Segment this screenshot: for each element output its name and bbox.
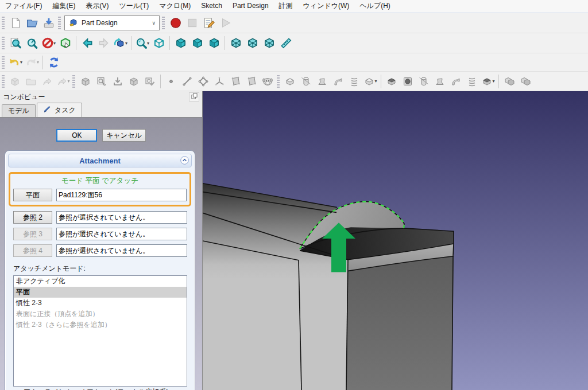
boolean-cut-button[interactable] — [517, 74, 533, 89]
reference-2-input[interactable] — [56, 211, 187, 224]
menu-item-window[interactable]: ウィンドウ(W) — [298, 0, 355, 12]
attachment-mode-option[interactable]: 平面 — [14, 287, 187, 298]
toolbar-separator — [381, 75, 381, 88]
panel-float-button[interactable] — [189, 92, 199, 102]
cancel-button[interactable]: キャンセル — [102, 129, 145, 142]
local-cs-button[interactable] — [211, 74, 227, 89]
collapse-section-button[interactable] — [180, 155, 189, 165]
reference-2-button[interactable]: 参照 2 — [13, 211, 52, 224]
pocket-button[interactable] — [384, 74, 400, 89]
primitive-cube-button[interactable] — [126, 74, 142, 89]
nav-back-button[interactable] — [79, 35, 95, 51]
ok-button[interactable]: OK — [56, 129, 97, 142]
reference-3-button[interactable]: 参照 3 — [13, 228, 52, 240]
validate-sketch-button[interactable] — [142, 74, 158, 89]
plane-reference-button[interactable]: 平面 — [13, 189, 52, 201]
toolbar-separator — [169, 36, 170, 50]
zoom-selection-button[interactable] — [24, 35, 40, 51]
shapebinder-button[interactable] — [260, 74, 276, 89]
point-button[interactable] — [163, 74, 179, 89]
export-all-button[interactable]: ▾ — [55, 74, 71, 89]
menu-item-help[interactable]: ヘルプ(H) — [354, 0, 396, 12]
axonometric-button[interactable] — [150, 35, 167, 51]
revolution-button[interactable] — [298, 74, 314, 89]
macro-stop-button[interactable] — [184, 15, 200, 31]
menu-item-partdesign[interactable]: Part Design — [227, 0, 274, 12]
menu-item-file[interactable]: ファイル(F) — [0, 0, 47, 12]
group-button[interactable] — [23, 74, 39, 89]
model-right-face[interactable] — [346, 256, 454, 390]
plane-reference-input[interactable] — [56, 189, 187, 201]
line-button[interactable] — [179, 74, 195, 89]
macro-play-button[interactable] — [217, 15, 234, 31]
subtractive-box-button[interactable]: ▾ — [480, 74, 496, 89]
nav-forward-button[interactable] — [95, 35, 112, 51]
reference-row: 参照 2 — [13, 211, 187, 224]
datum-shape2-button[interactable] — [243, 74, 260, 89]
save-button[interactable] — [40, 15, 57, 31]
groove-button[interactable] — [416, 74, 432, 89]
menu-item-view[interactable]: 表示(V) — [80, 0, 114, 12]
selection-box-button[interactable] — [57, 35, 74, 51]
view-rear-button[interactable] — [227, 35, 244, 51]
hole-button[interactable] — [400, 74, 416, 89]
attachment-mode-list[interactable]: 非アクティブ化平面慣性 2-3表面に正接（頂点を追加）慣性 2-3（さらに参照を… — [13, 275, 187, 387]
view-bottom-button[interactable] — [244, 35, 261, 51]
measure-button[interactable] — [277, 35, 294, 51]
attachment-mode-option[interactable]: 非アクティブ化 — [14, 276, 187, 287]
subtractive-loft-button[interactable] — [432, 74, 448, 89]
loft-button[interactable] — [314, 74, 330, 89]
datum-shape-button[interactable] — [227, 74, 243, 89]
3d-viewport[interactable] — [203, 91, 588, 390]
model-left-face[interactable] — [203, 184, 348, 390]
reference-3-input[interactable] — [56, 228, 187, 240]
attachment-mode-option[interactable]: 慣性 2-3（さらに参照を追加） — [14, 319, 187, 330]
workbench-selector[interactable]: Part Design∨ — [64, 15, 160, 30]
view-top-button[interactable] — [189, 35, 206, 51]
fit-all-button[interactable] — [7, 35, 24, 51]
undo-button[interactable]: ▾ — [7, 54, 24, 71]
subtractive-helix-button[interactable] — [464, 74, 480, 89]
reference-4-button[interactable]: 参照 4 — [13, 244, 52, 257]
menu-item-edit[interactable]: 編集(E) — [47, 0, 80, 12]
pipe-button[interactable] — [330, 74, 346, 89]
map-sketch-button[interactable] — [110, 74, 126, 89]
menu-item-sketch[interactable]: Sketch — [196, 0, 227, 12]
export-button[interactable] — [39, 74, 55, 89]
create-body-button[interactable] — [78, 74, 94, 89]
line-icon — [181, 76, 193, 87]
draw-style-button[interactable]: ▾ — [40, 35, 57, 51]
menu-item-macro[interactable]: マクロ(M) — [154, 0, 196, 12]
create-sketch-button[interactable] — [94, 74, 110, 89]
refresh-icon — [48, 56, 60, 69]
menu-item-measure[interactable]: 計測 — [274, 0, 298, 12]
redo-button[interactable]: ▾ — [24, 54, 40, 71]
refresh-button[interactable] — [45, 54, 62, 71]
macro-play-icon — [219, 17, 232, 29]
reference-4-input[interactable] — [56, 244, 187, 257]
macro-edit-button[interactable] — [200, 15, 217, 31]
view-front-button[interactable] — [172, 35, 189, 51]
menu-item-tools[interactable]: ツール(T) — [114, 0, 154, 12]
primitive-box-button[interactable]: ▾ — [362, 74, 378, 89]
pad-button[interactable] — [282, 74, 298, 89]
tab-task[interactable]: タスク — [37, 103, 82, 117]
macro-record-button[interactable] — [167, 15, 184, 31]
hole-icon — [402, 76, 413, 87]
boolean-button[interactable] — [501, 74, 517, 89]
subtractive-box-icon — [481, 76, 493, 87]
attachment-mode-option[interactable]: 慣性 2-3 — [14, 298, 187, 309]
subtractive-pipe-button[interactable] — [448, 74, 464, 89]
dropdown-caret-icon: ▾ — [20, 60, 22, 65]
view-left-button[interactable] — [261, 35, 277, 51]
tab-model[interactable]: モデル — [2, 104, 36, 117]
body-button[interactable] — [7, 74, 23, 89]
helix-button[interactable] — [346, 74, 362, 89]
open-folder-button[interactable] — [24, 15, 40, 31]
view-right-button[interactable] — [206, 35, 222, 51]
orbit-button[interactable]: ▾ — [112, 35, 129, 51]
new-file-button[interactable] — [7, 15, 24, 31]
attachment-mode-option[interactable]: 表面に正接（頂点を追加） — [14, 309, 187, 319]
zoom-button[interactable]: ▾ — [134, 35, 150, 51]
polygon-button[interactable] — [195, 74, 211, 89]
